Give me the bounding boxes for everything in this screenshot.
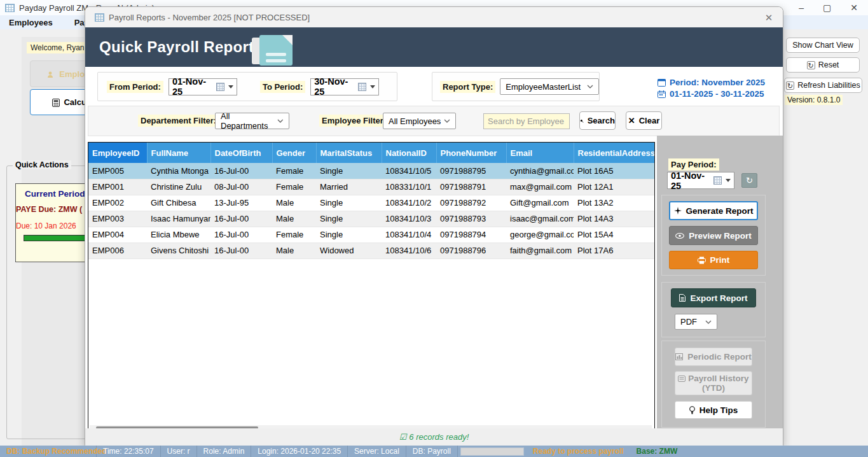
table-cell: Male [272,211,316,227]
report-type-groupbox: Report Type: EmployeeMasterList [432,72,600,101]
table-cell: Cynthia Mtonga [147,163,210,179]
table-cell: 108341/10/2 [382,195,436,211]
table-cell: 0971988794 [436,227,506,243]
generate-report-button[interactable]: Generate Report [669,201,758,220]
print-button[interactable]: Print [669,251,758,269]
table-cell: Widowed [316,243,382,258]
table-cell: 16-Jul-00 [210,211,272,227]
clear-button[interactable]: ✕ Clear [626,111,662,130]
dialog-close-icon[interactable]: ✕ [762,11,775,24]
table-row[interactable]: EMP001Christine Zulu08-Jul-00FemaleMarri… [88,179,654,195]
column-header[interactable]: Gender [272,143,316,163]
help-tips-button[interactable]: Help Tips [675,401,752,419]
report-actions-panel: Pay Period: 01-Nov-25 ↻ Generate Report … [657,136,783,428]
status-base-currency: Base: ZMW [630,446,684,457]
chevron-down-icon [277,119,284,123]
to-period-label: To Period: [260,81,305,93]
search-icon [580,117,584,125]
employee-table-container: EmployeeIDFullNameDateOfBirthGenderMarit… [88,142,655,435]
app-icon [5,4,15,12]
minimize-icon[interactable]: – [799,3,804,13]
status-ready: Ready to process payroll [527,446,630,457]
report-buttons-groupbox: Generate Report Preview Report Print [661,195,766,276]
table-cell: 108341/10/3 [382,211,436,227]
to-period-datepicker[interactable]: 30-Nov-25 [310,78,379,95]
export-format-dropdown[interactable]: PDF [675,314,717,330]
table-cell: EMP006 [88,243,147,258]
table-cell: 0971988795 [436,163,506,179]
refresh-liabilities-button[interactable]: ↻ Refresh Liabilities [784,78,862,93]
table-row[interactable]: EMP002Gift Chibesa13-Jul-95MaleSingle108… [88,195,654,211]
paye-due-label: PAYE Due: ZMW ( [16,205,82,214]
table-row[interactable]: EMP005Cynthia Mtonga16-Jul-00FemaleSingl… [88,163,654,179]
table-cell: Male [272,195,316,211]
table-cell: faith@gmail.com [506,243,574,258]
table-cell: max@gmail.com [506,179,574,195]
dialog-title: Payroll Reports - November 2025 [NOT PRO… [109,13,310,22]
employee-filter-dropdown[interactable]: All Employees [383,113,456,129]
table-cell: 108341/10/4 [382,227,436,243]
table-cell: cynthia@gmail.com [506,163,574,179]
dialog-header-title: Quick Payroll Reports [99,38,263,56]
range-info-text: 01-11-2025 - 30-11-2025 [670,88,764,100]
records-ready-text: 6 records ready! [409,432,469,442]
column-header[interactable]: PhoneNumber [436,143,506,163]
table-cell: EMP001 [88,179,147,195]
table-cell: Single [316,211,382,227]
table-cell: EMP003 [88,211,147,227]
chevron-down-icon [228,85,233,88]
column-header[interactable]: Email [506,143,574,163]
column-header[interactable]: DateOfBirth [210,143,272,163]
column-header[interactable]: EmployeeID [88,143,147,163]
status-bar: DB: Backup Recommended Time: 22:35:07 Us… [0,446,868,457]
from-period-datepicker[interactable]: 01-Nov-25 [169,78,237,95]
from-period-label: From Period: [107,81,163,93]
table-cell: EMP004 [88,227,147,243]
dialog-header-band: Quick Payroll Reports [85,27,783,67]
dialog-titlebar: Payroll Reports - November 2025 [NOT PRO… [85,7,783,27]
table-cell: Female [272,163,316,179]
x-icon: ✕ [628,116,635,125]
printer-icon [698,257,706,264]
employee-table: EmployeeIDFullNameDateOfBirthGenderMarit… [88,143,655,259]
document-icon [679,294,685,302]
search-button[interactable]: Search [579,111,616,130]
report-type-dropdown[interactable]: EmployeeMasterList [500,78,599,95]
lightbulb-icon [689,406,695,414]
employee-search-input[interactable] [483,113,570,129]
reset-button[interactable]: ↻ Reset [786,57,860,73]
export-report-button[interactable]: Export Report [671,288,756,307]
refresh-period-button[interactable]: ↻ [741,173,757,188]
table-cell: 16-Jul-00 [210,227,272,243]
table-row[interactable]: EMP006Givens Chitoshi16-Jul-00MaleWidowe… [88,243,654,258]
table-cell: 108341/10/6 [382,243,436,258]
chevron-down-icon [726,179,731,182]
table-cell: 108331/10/1 [382,179,436,195]
menu-employees[interactable]: Employees [9,18,53,27]
column-header[interactable]: NationalID [382,143,436,163]
department-filter-dropdown[interactable]: All Departments [215,113,289,129]
table-cell: Plot 17A6 [574,243,654,258]
pay-period-datepicker[interactable]: 01-Nov-25 [667,172,734,189]
preview-report-button[interactable]: Preview Report [669,226,758,245]
show-chart-view-button[interactable]: Show Chart View [786,38,860,53]
table-cell: Plot 13A2 [574,195,654,211]
period-filter-groupbox: From Period: 01-Nov-25 To Period: 30-Nov… [97,72,397,101]
payroll-history-button[interactable]: Payroll History (YTD) [675,371,752,395]
maximize-icon[interactable]: ▢ [823,3,831,13]
table-cell: EMP002 [88,195,147,211]
column-header[interactable]: ResidentialAddress [574,143,654,163]
table-cell: 0971988792 [436,195,506,211]
close-icon[interactable]: ✕ [850,3,858,13]
report-type-label: Report Type: [440,81,495,93]
export-groupbox: Export Report PDF [661,282,766,337]
column-header[interactable]: FullName [147,143,210,163]
column-header[interactable]: MaritalStatus [316,143,382,163]
status-login: Login: 2026-01-20 22:35 [251,446,348,457]
periodic-report-button[interactable]: Periodic Report [675,348,752,366]
table-row[interactable]: EMP003Isaac Hamunyanga16-Jul-00MaleSingl… [88,211,654,227]
table-cell: Plot 16A5 [574,163,654,179]
table-row[interactable]: EMP004Elicia Mbewe16-Jul-00FemaleSingle1… [88,227,654,243]
department-filter-label: Departement Filter: [138,115,219,127]
table-cell: george@gmail.com [506,227,574,243]
